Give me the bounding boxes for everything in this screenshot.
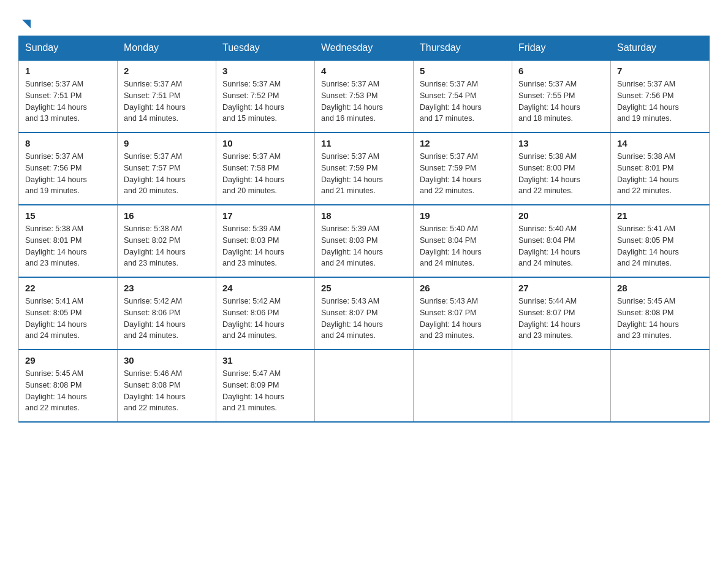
calendar-cell: 26 Sunrise: 5:43 AM Sunset: 8:07 PM Dayl… [414, 277, 512, 350]
calendar-cell: 19 Sunrise: 5:40 AM Sunset: 8:04 PM Dayl… [414, 205, 512, 277]
week-row-2: 8 Sunrise: 5:37 AM Sunset: 7:56 PM Dayli… [19, 132, 710, 205]
calendar-cell: 25 Sunrise: 5:43 AM Sunset: 8:07 PM Dayl… [315, 277, 414, 350]
calendar-cell: 5 Sunrise: 5:37 AM Sunset: 7:54 PM Dayli… [414, 60, 512, 132]
calendar-cell: 3 Sunrise: 5:37 AM Sunset: 7:52 PM Dayli… [216, 60, 315, 132]
calendar-cell: 7 Sunrise: 5:37 AM Sunset: 7:56 PM Dayli… [611, 60, 710, 132]
day-info: Sunrise: 5:37 AM Sunset: 7:53 PM Dayligh… [321, 79, 407, 124]
page-header [18, 12, 710, 29]
calendar-cell: 15 Sunrise: 5:38 AM Sunset: 8:01 PM Dayl… [19, 205, 118, 277]
calendar-cell: 1 Sunrise: 5:37 AM Sunset: 7:51 PM Dayli… [19, 60, 118, 132]
day-info: Sunrise: 5:37 AM Sunset: 7:55 PM Dayligh… [518, 79, 604, 124]
calendar-cell [512, 350, 611, 422]
weekday-header-tuesday: Tuesday [216, 36, 315, 61]
calendar-cell: 28 Sunrise: 5:45 AM Sunset: 8:08 PM Dayl… [611, 277, 710, 350]
calendar-cell: 21 Sunrise: 5:41 AM Sunset: 8:05 PM Dayl… [611, 205, 710, 277]
day-info: Sunrise: 5:37 AM Sunset: 7:58 PM Dayligh… [222, 151, 308, 197]
day-number: 31 [222, 355, 308, 366]
day-info: Sunrise: 5:38 AM Sunset: 8:01 PM Dayligh… [25, 223, 111, 269]
day-info: Sunrise: 5:42 AM Sunset: 8:06 PM Dayligh… [222, 296, 308, 342]
day-number: 1 [25, 66, 111, 76]
day-info: Sunrise: 5:39 AM Sunset: 8:03 PM Dayligh… [222, 223, 308, 269]
day-info: Sunrise: 5:38 AM Sunset: 8:01 PM Dayligh… [617, 151, 703, 197]
day-number: 17 [222, 210, 308, 221]
day-number: 12 [420, 138, 506, 148]
day-number: 28 [617, 283, 703, 293]
day-number: 21 [617, 210, 703, 221]
day-info: Sunrise: 5:43 AM Sunset: 8:07 PM Dayligh… [420, 296, 506, 342]
day-info: Sunrise: 5:37 AM Sunset: 7:51 PM Dayligh… [25, 79, 111, 124]
day-number: 8 [25, 138, 111, 148]
day-number: 29 [25, 355, 111, 366]
week-row-1: 1 Sunrise: 5:37 AM Sunset: 7:51 PM Dayli… [19, 60, 710, 132]
calendar-cell: 14 Sunrise: 5:38 AM Sunset: 8:01 PM Dayl… [611, 132, 710, 205]
day-number: 19 [420, 210, 506, 221]
day-info: Sunrise: 5:40 AM Sunset: 8:04 PM Dayligh… [420, 223, 506, 269]
day-info: Sunrise: 5:45 AM Sunset: 8:08 PM Dayligh… [25, 368, 111, 414]
day-info: Sunrise: 5:37 AM Sunset: 7:52 PM Dayligh… [222, 79, 308, 124]
day-info: Sunrise: 5:39 AM Sunset: 8:03 PM Dayligh… [321, 223, 407, 269]
day-info: Sunrise: 5:37 AM Sunset: 7:56 PM Dayligh… [617, 79, 703, 124]
day-info: Sunrise: 5:45 AM Sunset: 8:08 PM Dayligh… [617, 296, 703, 342]
day-info: Sunrise: 5:46 AM Sunset: 8:08 PM Dayligh… [124, 368, 210, 414]
calendar-cell [611, 350, 710, 422]
calendar-cell: 2 Sunrise: 5:37 AM Sunset: 7:51 PM Dayli… [118, 60, 216, 132]
weekday-header-thursday: Thursday [414, 36, 512, 61]
calendar-cell: 23 Sunrise: 5:42 AM Sunset: 8:06 PM Dayl… [118, 277, 216, 350]
day-number: 30 [124, 355, 210, 366]
day-number: 9 [124, 138, 210, 148]
weekday-header-saturday: Saturday [611, 36, 710, 61]
day-number: 25 [321, 283, 407, 293]
day-number: 20 [518, 210, 604, 221]
calendar-cell: 20 Sunrise: 5:40 AM Sunset: 8:04 PM Dayl… [512, 205, 611, 277]
svg-marker-0 [22, 20, 31, 28]
day-number: 26 [420, 283, 506, 293]
day-number: 6 [518, 66, 604, 76]
day-number: 2 [124, 66, 210, 76]
calendar-cell: 17 Sunrise: 5:39 AM Sunset: 8:03 PM Dayl… [216, 205, 315, 277]
calendar-cell: 12 Sunrise: 5:37 AM Sunset: 7:59 PM Dayl… [414, 132, 512, 205]
calendar-cell: 11 Sunrise: 5:37 AM Sunset: 7:59 PM Dayl… [315, 132, 414, 205]
calendar-cell: 6 Sunrise: 5:37 AM Sunset: 7:55 PM Dayli… [512, 60, 611, 132]
day-info: Sunrise: 5:41 AM Sunset: 8:05 PM Dayligh… [617, 223, 703, 269]
calendar-cell: 27 Sunrise: 5:44 AM Sunset: 8:07 PM Dayl… [512, 277, 611, 350]
calendar-cell: 29 Sunrise: 5:45 AM Sunset: 8:08 PM Dayl… [19, 350, 118, 422]
weekday-header-sunday: Sunday [19, 36, 118, 61]
day-info: Sunrise: 5:37 AM Sunset: 7:59 PM Dayligh… [420, 151, 506, 197]
calendar-cell: 24 Sunrise: 5:42 AM Sunset: 8:06 PM Dayl… [216, 277, 315, 350]
day-number: 13 [518, 138, 604, 148]
day-number: 15 [25, 210, 111, 221]
weekday-header-wednesday: Wednesday [315, 36, 414, 61]
day-info: Sunrise: 5:47 AM Sunset: 8:09 PM Dayligh… [222, 368, 308, 414]
day-info: Sunrise: 5:37 AM Sunset: 7:59 PM Dayligh… [321, 151, 407, 197]
day-info: Sunrise: 5:42 AM Sunset: 8:06 PM Dayligh… [124, 296, 210, 342]
day-info: Sunrise: 5:38 AM Sunset: 8:02 PM Dayligh… [124, 223, 210, 269]
calendar-cell [414, 350, 512, 422]
calendar-cell: 18 Sunrise: 5:39 AM Sunset: 8:03 PM Dayl… [315, 205, 414, 277]
day-number: 5 [420, 66, 506, 76]
day-number: 23 [124, 283, 210, 293]
day-info: Sunrise: 5:37 AM Sunset: 7:56 PM Dayligh… [25, 151, 111, 197]
day-number: 18 [321, 210, 407, 221]
day-number: 10 [222, 138, 308, 148]
week-row-5: 29 Sunrise: 5:45 AM Sunset: 8:08 PM Dayl… [19, 350, 710, 422]
day-number: 14 [617, 138, 703, 148]
logo-arrow-icon [20, 17, 33, 31]
day-number: 16 [124, 210, 210, 221]
logo [18, 18, 33, 29]
calendar-cell: 9 Sunrise: 5:37 AM Sunset: 7:57 PM Dayli… [118, 132, 216, 205]
calendar-cell [315, 350, 414, 422]
day-info: Sunrise: 5:38 AM Sunset: 8:00 PM Dayligh… [518, 151, 604, 197]
calendar-cell: 30 Sunrise: 5:46 AM Sunset: 8:08 PM Dayl… [118, 350, 216, 422]
day-info: Sunrise: 5:44 AM Sunset: 8:07 PM Dayligh… [518, 296, 604, 342]
calendar-cell: 16 Sunrise: 5:38 AM Sunset: 8:02 PM Dayl… [118, 205, 216, 277]
calendar-cell: 13 Sunrise: 5:38 AM Sunset: 8:00 PM Dayl… [512, 132, 611, 205]
day-info: Sunrise: 5:37 AM Sunset: 7:57 PM Dayligh… [124, 151, 210, 197]
week-row-3: 15 Sunrise: 5:38 AM Sunset: 8:01 PM Dayl… [19, 205, 710, 277]
day-info: Sunrise: 5:40 AM Sunset: 8:04 PM Dayligh… [518, 223, 604, 269]
day-number: 4 [321, 66, 407, 76]
calendar-table: SundayMondayTuesdayWednesdayThursdayFrid… [18, 36, 710, 423]
calendar-cell: 4 Sunrise: 5:37 AM Sunset: 7:53 PM Dayli… [315, 60, 414, 132]
day-number: 24 [222, 283, 308, 293]
day-info: Sunrise: 5:43 AM Sunset: 8:07 PM Dayligh… [321, 296, 407, 342]
day-number: 27 [518, 283, 604, 293]
